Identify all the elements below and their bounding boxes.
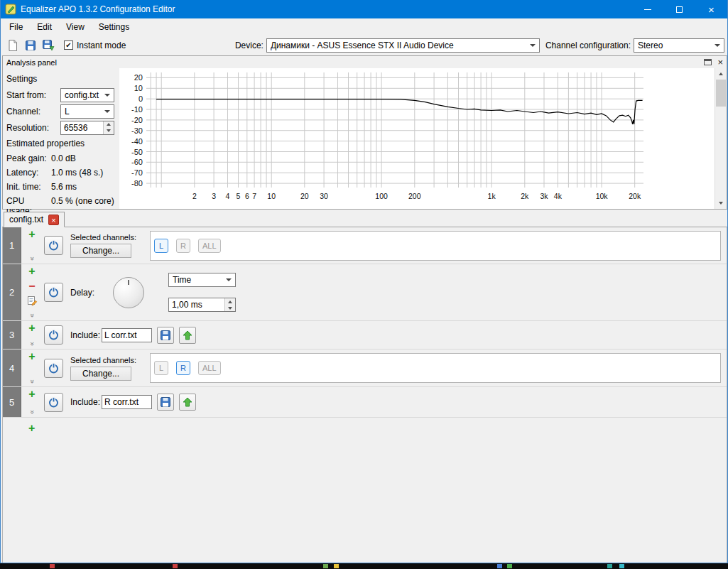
add-filter-icon[interactable]: + (28, 389, 35, 399)
menu-edit[interactable]: Edit (30, 19, 59, 35)
resolution-spinner[interactable]: 65536 (60, 121, 114, 135)
add-filter-icon[interactable]: + (28, 352, 35, 362)
scrollbar-track[interactable] (715, 80, 727, 197)
include-file-input[interactable] (102, 395, 152, 409)
power-toggle-button[interactable] (44, 393, 63, 412)
collapse-chevron-icon[interactable]: » (28, 379, 36, 383)
resolution-label: Resolution: (5, 123, 60, 133)
collapse-chevron-icon[interactable]: » (28, 313, 36, 317)
taskbar-sliver (0, 563, 728, 569)
add-filter-icon[interactable]: + (28, 323, 35, 333)
scrollbar-thumb[interactable] (716, 80, 726, 107)
spin-up-button[interactable] (104, 121, 114, 128)
add-filter-icon[interactable]: + (28, 423, 35, 433)
remove-filter-icon[interactable]: − (28, 281, 35, 291)
start-from-label: Start from: (5, 90, 60, 100)
power-toggle-button[interactable] (44, 325, 63, 345)
device-select[interactable]: Динамики - ASUS Essence STX II Audio Dev… (266, 38, 540, 53)
filter-number-badge[interactable]: 5 (3, 387, 21, 417)
app-window: Equalizer APO 1.3.2 Configuration Editor… (0, 0, 728, 563)
browse-file-button[interactable] (157, 327, 174, 344)
include-file-input[interactable] (102, 328, 152, 342)
analysis-panel-header: Analysis panel × (3, 56, 727, 68)
channel-panel: L R ALL (150, 231, 721, 261)
delay-knob[interactable] (113, 277, 144, 308)
close-panel-icon[interactable]: × (717, 58, 723, 67)
filter-list: 1 + » Selected channels: Change... L (2, 227, 727, 563)
svg-text:3k: 3k (540, 192, 548, 200)
start-from-select[interactable]: config.txt (60, 88, 114, 102)
filter-number-badge[interactable]: 2 (3, 264, 21, 320)
spin-down-icon (107, 129, 111, 132)
svg-text:-40: -40 (131, 137, 143, 146)
peak-gain-value: 0.0 dB (51, 153, 76, 163)
change-channels-button[interactable]: Change... (70, 244, 131, 258)
scroll-up-button[interactable] (715, 68, 727, 80)
toolbar-open-button[interactable] (21, 37, 39, 53)
power-toggle-button[interactable] (44, 236, 63, 255)
power-toggle-button[interactable] (44, 359, 63, 378)
open-included-file-button[interactable] (179, 327, 196, 344)
tab-config-txt[interactable]: config.txt × (4, 212, 65, 227)
graph-scrollbar[interactable] (715, 68, 727, 209)
browse-file-button[interactable] (157, 394, 174, 411)
channel-l-badge: L (154, 361, 168, 375)
knob-indicator (128, 280, 129, 285)
collapse-chevron-icon[interactable]: » (28, 342, 36, 345)
close-button[interactable]: × (695, 0, 727, 18)
spin-down-button[interactable] (104, 128, 114, 134)
svg-text:-70: -70 (131, 168, 143, 177)
spin-down-button[interactable] (225, 305, 235, 311)
maximize-button[interactable] (663, 0, 695, 18)
filter-number-badge[interactable]: 4 (3, 349, 21, 386)
arrow-up-icon (182, 330, 193, 341)
app-icon (5, 4, 16, 15)
spin-up-button[interactable] (225, 298, 235, 305)
checkbox-checked-icon[interactable]: ✔ (64, 40, 73, 50)
maximize-icon (676, 6, 683, 13)
add-filter-icon[interactable]: + (28, 229, 35, 239)
power-toggle-button[interactable] (44, 283, 63, 302)
channel-config-select[interactable]: Stereo (634, 38, 724, 53)
filter-row-2: 2 + − » D (3, 264, 727, 321)
init-time-label: Init. time: (6, 182, 51, 192)
float-panel-icon[interactable] (704, 59, 712, 65)
add-filter-icon[interactable]: + (28, 266, 35, 276)
minimize-button[interactable] (631, 0, 663, 18)
delay-unit-select[interactable]: Time (168, 273, 236, 287)
open-included-file-button[interactable] (179, 394, 196, 411)
chevron-down-icon (104, 94, 110, 97)
menu-view[interactable]: View (59, 19, 92, 35)
delay-label: Delay: (70, 288, 100, 298)
collapse-chevron-icon[interactable]: » (28, 256, 36, 260)
include-label: Include: (70, 330, 102, 340)
channel-value: L (65, 107, 102, 116)
filter-number-badge[interactable]: 1 (3, 227, 21, 264)
filter-row-4: 4 + » Selected channels: Change... L (3, 349, 727, 387)
channel-label: Channel: (5, 107, 60, 116)
menu-settings[interactable]: Settings (92, 19, 136, 35)
delay-amount-spinner[interactable]: 1,00 ms (168, 298, 236, 312)
channel-config-value: Stereo (638, 40, 712, 50)
filter-number-badge[interactable]: 3 (3, 321, 21, 349)
menu-file[interactable]: File (2, 19, 30, 35)
power-icon (48, 329, 60, 341)
toolbar-new-button[interactable] (4, 37, 21, 53)
floppy-icon (160, 396, 171, 408)
arrow-up-icon (182, 396, 193, 408)
estimated-properties-heading: Estimated properties (3, 136, 119, 151)
edit-command-icon[interactable] (27, 296, 38, 306)
collapse-chevron-icon[interactable]: » (28, 410, 36, 413)
save-file-icon (42, 39, 55, 52)
toolbar-save-button[interactable] (39, 37, 57, 53)
svg-text:30: 30 (320, 192, 328, 200)
svg-text:6: 6 (245, 192, 249, 200)
svg-text:4: 4 (226, 192, 230, 200)
scroll-down-button[interactable] (715, 197, 727, 209)
tab-close-icon[interactable]: × (48, 215, 59, 225)
svg-text:10k: 10k (596, 192, 609, 200)
channel-select[interactable]: L (60, 104, 114, 119)
svg-text:-20: -20 (131, 116, 143, 124)
change-channels-button[interactable]: Change... (70, 367, 131, 381)
instant-mode-toggle[interactable]: ✔ Instant mode (64, 40, 126, 50)
